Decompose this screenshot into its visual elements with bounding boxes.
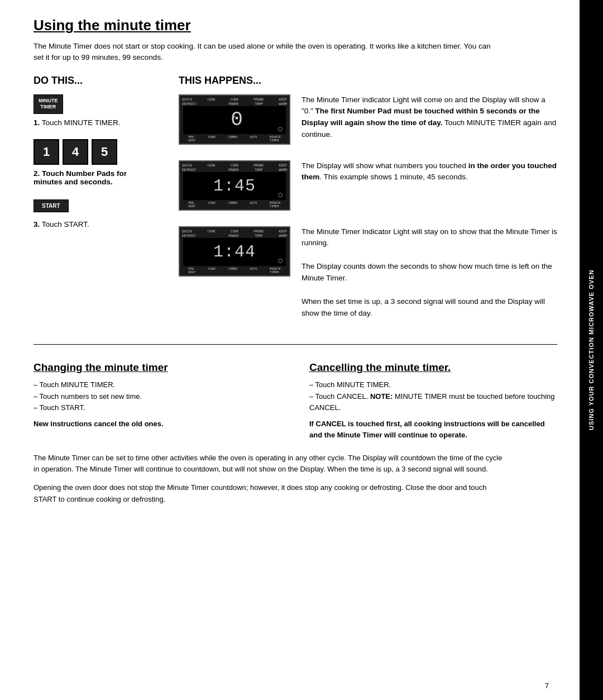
number-pads: 1 4 5 bbox=[34, 139, 179, 165]
panel-top-2b: DEFROSTPOWERTEMPWARM bbox=[180, 168, 289, 172]
num-pad-5[interactable]: 5 bbox=[92, 139, 117, 165]
step-3-label: 3. Touch START. bbox=[34, 220, 179, 228]
page-number: 7 bbox=[545, 682, 549, 690]
this-happens-col: THIS HAPPENS... QUICKCOOKCOOKPROBEKEEP D… bbox=[179, 75, 557, 333]
do-this-header: DO THIS... bbox=[34, 75, 179, 87]
changing-step-2: Touch numbers to set new time. bbox=[34, 391, 281, 403]
changing-note: New instructions cancel the old ones. bbox=[34, 418, 281, 430]
minute-timer-button[interactable]: MINUTETIMER bbox=[34, 94, 63, 114]
cancelling-steps: Touch MINUTE TIMER. Touch CANCEL. NOTE: … bbox=[309, 379, 557, 414]
panel-screen-3: 1:44 bbox=[183, 238, 286, 266]
cancelling-step-1: Touch MINUTE TIMER. bbox=[309, 379, 557, 391]
num-pad-1[interactable]: 1 bbox=[34, 139, 59, 165]
cancelling-step-2: Touch CANCEL. NOTE: MINUTE TIMER must be… bbox=[309, 391, 557, 415]
do-this-col: DO THIS... MINUTETIMER 1. Touch MINUTE T… bbox=[34, 75, 179, 333]
changing-step-3: Touch START. bbox=[34, 402, 281, 414]
start-button[interactable]: START bbox=[34, 199, 69, 212]
step-1-result: QUICKCOOKCOOKPROBEKEEP DEFROSTPOWERTEMPW… bbox=[179, 94, 557, 147]
this-happens-header: THIS HAPPENS... bbox=[179, 75, 557, 87]
display-panel-3: QUICKCOOKCOOKPROBEKEEP DEFROSTPOWERTEMPW… bbox=[179, 226, 290, 279]
cancelling-warning: If CANCEL is touched first, all cooking … bbox=[309, 418, 557, 441]
section-divider bbox=[34, 344, 557, 345]
changing-step-1: Touch MINUTE TIMER. bbox=[34, 379, 281, 391]
step-3-desc: The Minute Timer Indicator Light will st… bbox=[302, 226, 557, 320]
panel-top-3b: DEFROSTPOWERTEMPWARM bbox=[180, 234, 289, 238]
changing-col: Changing the minute timer Touch MINUTE T… bbox=[34, 361, 281, 441]
sidebar-label: USING YOUR CONVECTION MICROWAVE OVEN bbox=[580, 0, 603, 700]
page-wrapper: Using the minute timer The Minute Timer … bbox=[0, 0, 603, 700]
changing-steps: Touch MINUTE TIMER. Touch numbers to set… bbox=[34, 379, 281, 414]
num-pad-4[interactable]: 4 bbox=[63, 139, 88, 165]
panel-bottom-2: PRE-HEATCONVCOMBOAUTOMINUTETIMER bbox=[180, 200, 289, 209]
display-panel-2: QUICKCOOKCOOKPROBEKEEP DEFROSTPOWERTEMPW… bbox=[179, 160, 290, 213]
main-content: Using the minute timer The Minute Timer … bbox=[0, 0, 580, 700]
cancelling-col: Cancelling the minute timer. Touch MINUT… bbox=[309, 361, 557, 441]
display-panel-1: QUICKCOOKCOOKPROBEKEEP DEFROSTPOWERTEMPW… bbox=[179, 94, 290, 147]
panel-bottom-3: PRE-HEATCONVCOMBOAUTOMINUTETIMER bbox=[180, 266, 289, 275]
step-2-result: QUICKCOOKCOOKPROBEKEEP DEFROSTPOWERTEMPW… bbox=[179, 160, 557, 213]
step-3-block: START 3. Touch START. bbox=[34, 198, 179, 228]
step-1-label: 1. Touch MINUTE TIMER. bbox=[34, 118, 179, 127]
footer-para-2: Opening the oven door does not stop the … bbox=[34, 482, 508, 506]
step-2-label: 2. Touch Number Pads forminutes and seco… bbox=[34, 169, 179, 186]
panel-top-3: QUICKCOOKCOOKPROBEKEEP bbox=[180, 227, 289, 234]
step-2-block: 1 4 5 2. Touch Number Pads forminutes an… bbox=[34, 139, 179, 186]
panel-top-2: QUICKCOOKCOOKPROBEKEEP bbox=[180, 161, 289, 168]
page-title: Using the minute timer bbox=[34, 17, 557, 34]
step-1-desc: The Minute Timer indicator Light will co… bbox=[302, 94, 557, 141]
step-3-result: QUICKCOOKCOOKPROBEKEEP DEFROSTPOWERTEMPW… bbox=[179, 226, 557, 320]
changing-title: Changing the minute timer bbox=[34, 361, 281, 374]
bottom-section: Changing the minute timer Touch MINUTE T… bbox=[34, 361, 557, 441]
intro-text: The Minute Timer does not start or stop … bbox=[34, 41, 491, 64]
step-1-block: MINUTETIMER 1. Touch MINUTE TIMER. bbox=[34, 94, 179, 127]
panel-top-1: QUICKCOOKCOOKPROBEKEEP bbox=[180, 96, 289, 102]
panel-screen-1: : 0 bbox=[183, 106, 286, 134]
cancelling-title: Cancelling the minute timer. bbox=[309, 361, 557, 374]
panel-screen-2: 1:45 bbox=[183, 172, 286, 200]
two-col-layout: DO THIS... MINUTETIMER 1. Touch MINUTE T… bbox=[34, 75, 557, 333]
panel-top-1b: DEFROSTPOWERTEMPWARM bbox=[180, 102, 289, 106]
footer-para-1: The Minute Timer can be set to time othe… bbox=[34, 453, 508, 476]
panel-bottom-1: PRE-HEATCONVCOMBOAUTOMINUTETIMER bbox=[180, 134, 289, 144]
step-2-desc: The Display will show what numbers you t… bbox=[302, 160, 557, 184]
